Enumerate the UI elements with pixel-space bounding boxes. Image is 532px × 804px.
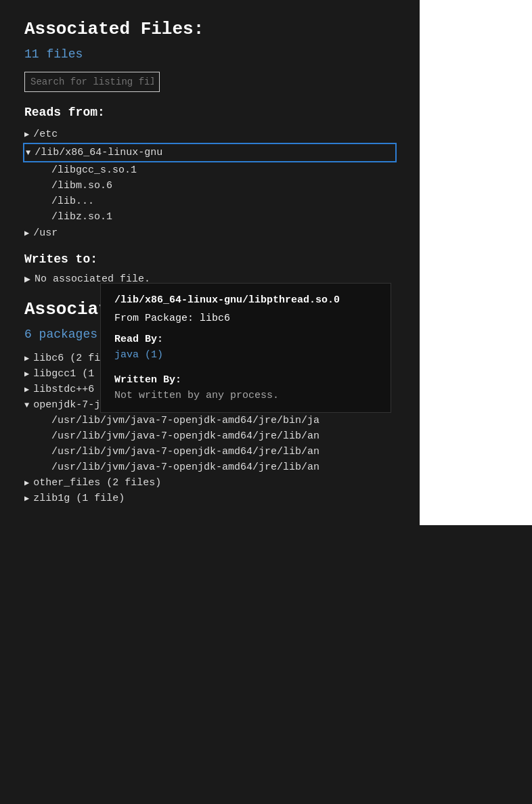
collapsed-arrow-usr: ▶ [24,228,29,238]
right-panel [420,0,532,525]
tree-child-libpthread[interactable]: /lib... [24,194,395,209]
pkg-openjdk-child-1[interactable]: /usr/lib/jvm/java-7-openjdk-amd64/jre/bi… [24,413,395,428]
tooltip-not-written: Not written by any process. [114,390,377,401]
collapsed-arrow-libgcc1: ▶ [24,369,29,379]
collapsed-arrow-etc: ▶ [24,129,29,139]
tree-child-libgcc[interactable]: /libgcc_s.so.1 [24,162,395,178]
tooltip-package-name: libc6 [200,313,230,324]
writes-to-section: Writes to: ▶ No associated file. [24,252,395,286]
pkg-other-files[interactable]: ▶ other_files (2 files) [24,475,395,491]
pkg-openjdk-child-4[interactable]: /usr/lib/jvm/java-7-openjdk-amd64/jre/li… [24,460,395,475]
pkg-openjdk-child-2[interactable]: /usr/lib/jvm/java-7-openjdk-amd64/jre/li… [24,428,395,444]
pkg-other-files-label: other_files (2 files) [33,477,161,489]
expanded-arrow-lib: ▼ [26,148,30,158]
tree-item-usr[interactable]: ▶ /usr [24,225,395,242]
tree-item-label-etc: /etc [33,129,58,140]
pkg-zlib1g[interactable]: ▶ zlib1g (1 file) [24,491,395,506]
tooltip-read-by-label: Read By: [114,334,377,345]
pkg-openjdk-child-3[interactable]: /usr/lib/jvm/java-7-openjdk-amd64/jre/li… [24,444,395,460]
tree-child-libm[interactable]: /libm.so.6 [24,178,395,194]
tooltip-package: From Package: libc6 [114,313,377,324]
tooltip-popup: /lib/x86_64-linux-gnu/libpthread.so.0 Fr… [100,283,391,413]
collapsed-arrow-libstdc6: ▶ [24,384,29,395]
search-input[interactable] [24,72,160,92]
collapsed-arrow-other: ▶ [24,478,29,488]
reads-from-label: Reads from: [24,106,395,119]
associated-files-title: Associated Files: [24,19,395,39]
tooltip-filepath: /lib/x86_64-linux-gnu/libpthread.so.0 [114,294,377,306]
tooltip-written-by-label: Written By: [114,374,377,386]
tooltip-read-by-value: java (1) [114,349,377,361]
tree-item-etc[interactable]: ▶ /etc [24,126,395,143]
reads-from-tree: ▶ /etc ▼ /lib/x86_64-linux-gnu /libgcc_s… [24,126,395,242]
collapsed-arrow-libc6: ▶ [24,353,29,363]
file-count: 11 files [24,47,395,61]
collapsed-arrow-writes: ▶ [24,273,30,286]
tree-item-label-lib: /lib/x86_64-linux-gnu [35,147,162,158]
pkg-zlib1g-label: zlib1g (1 file) [33,493,125,504]
expanded-arrow-openjdk: ▼ [24,401,29,410]
writes-to-label: Writes to: [24,252,395,266]
tree-item-lib-x86[interactable]: ▼ /lib/x86_64-linux-gnu [23,143,397,162]
tree-item-label-usr: /usr [33,227,58,239]
tooltip-package-label: From Package: [114,313,194,324]
collapsed-arrow-zlib1g: ▶ [24,493,29,504]
tree-child-libz[interactable]: /libz.so.1 [24,209,395,225]
